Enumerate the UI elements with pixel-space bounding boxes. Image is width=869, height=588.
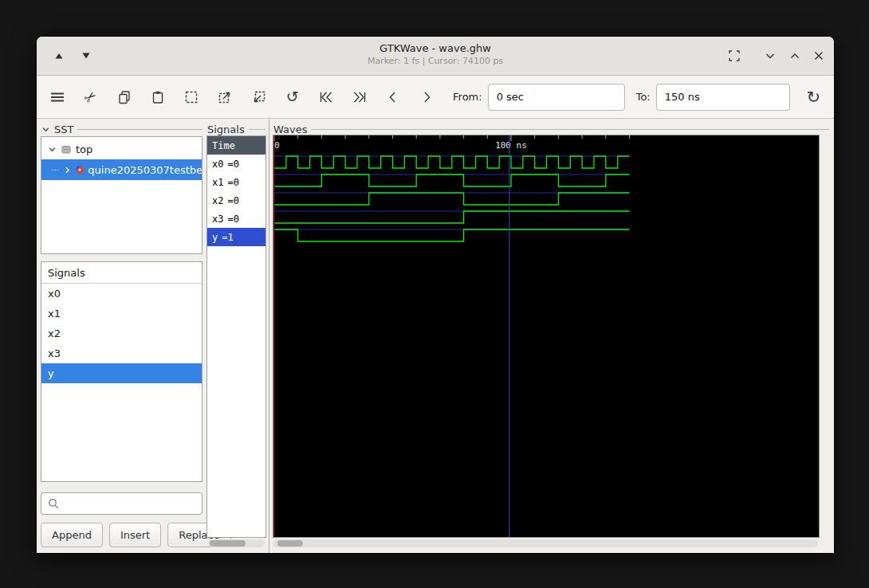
zoom-out-icon <box>251 89 267 105</box>
time-header-label: Time <box>212 140 235 151</box>
menu-button[interactable] <box>46 86 68 108</box>
from-label: From: <box>453 91 482 103</box>
go-to-end-button[interactable] <box>349 86 371 108</box>
close-button[interactable] <box>808 45 830 67</box>
window-title: GTKWave - wave.ghw <box>37 42 834 54</box>
reload-button[interactable]: ↻ <box>803 86 824 108</box>
available-signals-list: x0x1x2x3y <box>41 284 202 383</box>
signal-value: =0 <box>227 159 238 170</box>
step-forward-button[interactable] <box>416 86 438 108</box>
cut-button[interactable]: ✂ <box>80 86 101 108</box>
sst-signal-x2[interactable]: x2 <box>41 323 202 343</box>
desktop-background: GTKWave - wave.ghw Marker: 1 fs | Cursor… <box>0 0 869 588</box>
signal-name: x1 <box>212 177 223 188</box>
signal-value: =0 <box>227 195 238 206</box>
copy-button[interactable] <box>113 86 135 108</box>
expander-closed-icon <box>63 166 70 174</box>
zoom-out-button[interactable] <box>248 86 269 108</box>
tree-guide-line <box>52 170 59 171</box>
corner-brackets-icon <box>726 48 742 64</box>
module-icon <box>61 144 72 155</box>
titlebar: GTKWave - wave.ghw Marker: 1 fs | Cursor… <box>37 37 834 76</box>
zoom-in-button[interactable] <box>214 86 236 108</box>
waves-hscrollbar[interactable] <box>273 539 818 547</box>
signals-panel-header: Signals <box>207 123 265 135</box>
to-input[interactable] <box>656 84 790 111</box>
signal-name: x0 <box>212 159 223 170</box>
minimize-button[interactable] <box>759 45 781 67</box>
go-to-end-icon <box>352 89 368 105</box>
signal-value: =0 <box>227 177 238 188</box>
displayed-signals-box: Time x0=0x1=0x2=0x3=0y=1 <box>206 135 266 538</box>
waves-header: Waves <box>273 123 829 135</box>
component-icon <box>74 164 84 175</box>
sst-signal-x3[interactable]: x3 <box>41 343 202 363</box>
go-to-start-button[interactable] <box>315 86 336 108</box>
signals-hscrollbar-thumb[interactable] <box>210 540 246 547</box>
step-back-button[interactable] <box>383 86 404 108</box>
zoom-fit-button[interactable] <box>181 86 203 108</box>
signal-row-y[interactable]: y=1 <box>207 228 265 246</box>
toolbar: ✂ ↺ <box>37 76 834 119</box>
waves-header-label: Waves <box>273 123 307 135</box>
signal-row-x2[interactable]: x2=0 <box>207 191 265 210</box>
divider <box>77 129 203 130</box>
reload-icon: ↻ <box>807 88 821 105</box>
available-signals-box: Signals x0x1x2x3y <box>41 261 203 482</box>
divider <box>249 129 265 130</box>
signal-search-input[interactable] <box>65 492 202 515</box>
sst-button-row: Append Insert Replace <box>41 523 231 547</box>
to-label: To: <box>636 91 651 103</box>
signal-name: x2 <box>212 195 223 206</box>
tree-item-testbench[interactable]: quine20250307testbench <box>41 159 202 180</box>
copy-icon <box>116 89 132 105</box>
from-input[interactable] <box>488 84 625 111</box>
signal-name: y <box>212 232 218 243</box>
signal-row-x1[interactable]: x1=0 <box>207 173 265 191</box>
svg-text:0: 0 <box>274 140 280 151</box>
waveform-canvas[interactable]: 0100 ns <box>273 135 819 537</box>
sst-header-label: SST <box>54 123 73 135</box>
sst-header: SST <box>41 123 203 135</box>
chevron-up-icon <box>787 48 803 64</box>
scroll-down-button[interactable] <box>75 45 97 67</box>
go-to-start-icon <box>318 89 334 105</box>
displayed-signals-list: x0=0x1=0x2=0x3=0y=1 <box>207 155 265 246</box>
zoom-fit-icon <box>183 89 199 105</box>
paste-icon <box>150 89 166 105</box>
sst-tree: top quine20250307testbench <box>41 136 203 254</box>
pane-splitter[interactable] <box>267 120 271 553</box>
divider <box>311 129 829 130</box>
signal-row-x0[interactable]: x0=0 <box>207 155 265 173</box>
insert-button[interactable]: Insert <box>109 523 161 547</box>
signal-value: =1 <box>222 232 233 243</box>
append-button[interactable]: Append <box>41 523 103 547</box>
menu-icon <box>49 89 66 105</box>
undo-button[interactable]: ↺ <box>281 86 303 108</box>
svg-text:100 ns: 100 ns <box>495 140 527 151</box>
expander-open-icon <box>48 145 57 154</box>
zoom-in-icon <box>217 89 233 105</box>
sst-signal-x0[interactable]: x0 <box>41 284 202 304</box>
signals-panel-header-label: Signals <box>207 123 245 135</box>
tree-item-label: quine20250307testbench <box>88 164 202 176</box>
chevron-left-icon <box>385 89 401 105</box>
chevron-down-icon <box>762 48 778 64</box>
sst-signal-y[interactable]: y <box>41 363 202 383</box>
chevron-right-icon <box>419 89 434 105</box>
tree-item-top[interactable]: top <box>41 139 202 159</box>
paste-button[interactable] <box>147 86 169 108</box>
signal-search-box <box>41 492 203 515</box>
scroll-up-button[interactable] <box>48 45 70 67</box>
waves-hscrollbar-thumb[interactable] <box>277 540 303 547</box>
maximize-button[interactable] <box>784 45 806 67</box>
close-icon <box>811 48 827 64</box>
triangle-down-icon <box>81 51 91 61</box>
tree-item-label: top <box>76 143 92 155</box>
signals-hscrollbar[interactable] <box>208 539 265 547</box>
wave-area[interactable]: 0100 ns <box>273 135 820 538</box>
triangle-up-icon <box>54 51 64 61</box>
fullscreen-button[interactable] <box>723 45 745 67</box>
signal-row-x3[interactable]: x3=0 <box>207 210 265 228</box>
sst-signal-x1[interactable]: x1 <box>41 304 202 323</box>
